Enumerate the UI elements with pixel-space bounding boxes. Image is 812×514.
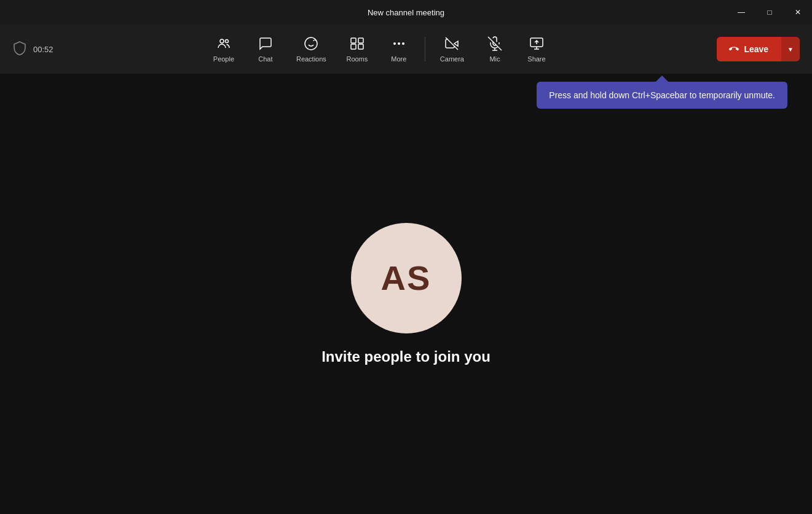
chevron-down-icon: ▼ bbox=[787, 46, 794, 53]
more-label: More bbox=[391, 55, 406, 63]
meeting-toolbar: 00:52 People Chat bbox=[0, 25, 812, 74]
share-label: Share bbox=[527, 55, 545, 63]
people-label: People bbox=[213, 55, 234, 63]
chat-icon bbox=[258, 36, 273, 53]
svg-point-2 bbox=[305, 37, 317, 50]
invite-message: Invite people to join you bbox=[321, 348, 491, 365]
unmute-tooltip: Press and hold down Ctrl+Spacebar to tem… bbox=[537, 82, 787, 109]
maximize-button[interactable]: □ bbox=[755, 0, 784, 25]
leave-label: Leave bbox=[744, 44, 768, 54]
title-bar: New channel meeting — □ ✕ bbox=[0, 0, 812, 25]
avatar-initials: AS bbox=[381, 258, 432, 298]
svg-point-9 bbox=[393, 42, 396, 45]
svg-rect-5 bbox=[351, 38, 356, 43]
camera-button[interactable]: Camera bbox=[430, 31, 474, 68]
svg-rect-7 bbox=[351, 44, 356, 49]
rooms-button[interactable]: Rooms bbox=[336, 31, 378, 68]
phone-icon bbox=[729, 44, 739, 54]
more-icon bbox=[392, 36, 406, 53]
people-button[interactable]: People bbox=[203, 31, 245, 68]
rooms-icon bbox=[350, 36, 365, 53]
maximize-icon: □ bbox=[767, 8, 771, 17]
window-title: New channel meeting bbox=[368, 8, 444, 17]
mic-button[interactable]: Mic bbox=[474, 31, 516, 68]
svg-point-1 bbox=[225, 39, 228, 42]
reactions-button[interactable]: Reactions bbox=[286, 31, 336, 68]
svg-rect-6 bbox=[358, 38, 363, 43]
call-timer: 00:52 bbox=[33, 45, 53, 54]
people-icon bbox=[216, 36, 231, 53]
svg-point-0 bbox=[220, 39, 224, 43]
share-button[interactable]: Share bbox=[516, 31, 558, 68]
more-button[interactable]: More bbox=[378, 31, 420, 68]
window-controls: — □ ✕ bbox=[727, 0, 812, 25]
toolbar-divider bbox=[425, 37, 425, 61]
mic-label: Mic bbox=[489, 55, 500, 63]
shield-icon bbox=[12, 41, 27, 58]
minimize-icon: — bbox=[738, 8, 745, 17]
leave-dropdown-button[interactable]: ▼ bbox=[781, 37, 800, 61]
rooms-label: Rooms bbox=[346, 55, 368, 63]
close-icon: ✕ bbox=[795, 8, 801, 17]
close-button[interactable]: ✕ bbox=[784, 0, 812, 25]
camera-off-icon bbox=[444, 36, 459, 53]
tooltip-text: Press and hold down Ctrl+Spacebar to tem… bbox=[549, 90, 775, 100]
svg-point-11 bbox=[402, 42, 404, 45]
share-icon bbox=[529, 36, 544, 53]
meeting-main-content: AS Invite people to join you bbox=[0, 74, 812, 514]
reactions-icon bbox=[304, 36, 318, 53]
minimize-button[interactable]: — bbox=[727, 0, 755, 25]
mic-off-icon bbox=[487, 36, 502, 53]
toolbar-right: Leave ▼ bbox=[707, 37, 800, 61]
avatar: AS bbox=[351, 223, 462, 333]
chat-button[interactable]: Chat bbox=[245, 31, 286, 68]
chat-label: Chat bbox=[258, 55, 272, 63]
toolbar-left: 00:52 bbox=[12, 41, 53, 58]
svg-rect-8 bbox=[358, 44, 363, 49]
leave-button[interactable]: Leave bbox=[717, 37, 781, 61]
leave-button-group: Leave ▼ bbox=[717, 37, 800, 61]
reactions-label: Reactions bbox=[296, 55, 326, 63]
svg-point-10 bbox=[398, 42, 400, 45]
camera-label: Camera bbox=[440, 55, 464, 63]
toolbar-center: People Chat Reactions bbox=[53, 31, 708, 68]
tooltip-arrow bbox=[656, 76, 668, 82]
